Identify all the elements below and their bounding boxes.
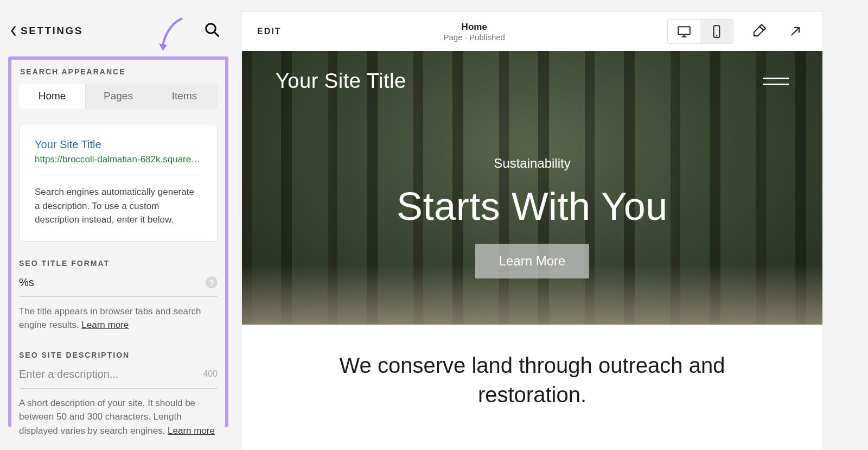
hamburger-line <box>763 78 789 79</box>
desktop-icon <box>677 24 691 39</box>
back-button[interactable]: SETTINGS <box>10 25 83 37</box>
settings-sidebar: SETTINGS SEARCH APPEARANCE Home Pages It… <box>0 0 237 450</box>
preview-url: https://broccoli-dalmatian-682k.squares.… <box>35 154 202 175</box>
hero-header: Your Site Title <box>242 51 822 93</box>
char-count: 400 <box>203 369 218 379</box>
svg-point-0 <box>206 24 216 34</box>
svg-line-1 <box>214 32 219 37</box>
learn-more-link[interactable]: Learn more <box>168 426 215 436</box>
chevron-left-icon <box>10 25 17 37</box>
seo-title-format-row: ? <box>19 276 218 297</box>
edit-button[interactable]: EDIT <box>257 27 281 36</box>
tab-items[interactable]: Items <box>151 84 218 109</box>
back-label: SETTINGS <box>21 25 83 37</box>
hero-heading: Starts With You <box>397 184 668 229</box>
svg-marker-2 <box>159 43 167 51</box>
hero-eyebrow: Sustainability <box>494 156 570 171</box>
search-icon <box>204 22 220 38</box>
seo-site-description-row: 400 <box>19 368 218 389</box>
topbar-actions <box>667 19 807 44</box>
menu-button[interactable] <box>763 78 789 85</box>
tab-home[interactable]: Home <box>19 84 85 109</box>
page-title-block: Home Page · Published <box>444 22 505 42</box>
search-appearance-section: SEARCH APPEARANCE Home Pages Items Your … <box>8 56 228 427</box>
page-title: Home <box>444 22 505 33</box>
device-toggle <box>667 19 733 44</box>
hamburger-line <box>763 84 789 85</box>
preview-description: Search engines automatically generate a … <box>35 185 202 227</box>
search-appearance-tabs: Home Pages Items <box>19 84 218 109</box>
mobile-view-button[interactable] <box>700 20 733 43</box>
preview-topbar: EDIT Home Page · Published <box>242 12 822 51</box>
seo-site-description-label: SEO SITE DESCRIPTION <box>19 351 218 359</box>
desktop-view-button[interactable] <box>668 20 700 43</box>
seo-title-format-help: The title appears in browser tabs and se… <box>19 305 218 332</box>
page-status: Page · Published <box>444 33 505 42</box>
hero-content: Sustainability Starts With You Learn Mor… <box>242 93 822 325</box>
expand-button[interactable] <box>783 20 807 43</box>
page-preview: EDIT Home Page · Published You <box>242 12 822 450</box>
search-preview-card: Your Site Title https://broccoli-dalmati… <box>19 124 218 242</box>
svg-rect-3 <box>678 27 690 34</box>
help-icon[interactable]: ? <box>206 276 218 288</box>
preview-title: Your Site Title <box>35 138 202 151</box>
tab-pages[interactable]: Pages <box>85 84 151 109</box>
search-button[interactable] <box>204 22 220 40</box>
expand-icon <box>788 24 803 39</box>
seo-title-format-label: SEO TITLE FORMAT <box>19 259 218 268</box>
seo-site-description-input[interactable] <box>19 368 203 381</box>
learn-more-button[interactable]: Learn More <box>475 244 590 278</box>
learn-more-link[interactable]: Learn more <box>81 320 129 330</box>
paintbrush-icon <box>751 24 766 39</box>
tagline: We conserve land through outreach and re… <box>242 325 822 409</box>
seo-title-format-input[interactable] <box>19 276 206 289</box>
sidebar-header: SETTINGS <box>0 22 237 40</box>
styles-button[interactable] <box>746 20 770 43</box>
svg-line-8 <box>792 28 799 35</box>
mobile-icon <box>710 24 724 39</box>
hero-section: Your Site Title Sustainability Starts Wi… <box>242 51 822 325</box>
section-label: SEARCH APPEARANCE <box>20 67 218 76</box>
site-title[interactable]: Your Site Title <box>276 69 406 93</box>
seo-site-description-help: A short description of your site. It sho… <box>19 396 218 438</box>
